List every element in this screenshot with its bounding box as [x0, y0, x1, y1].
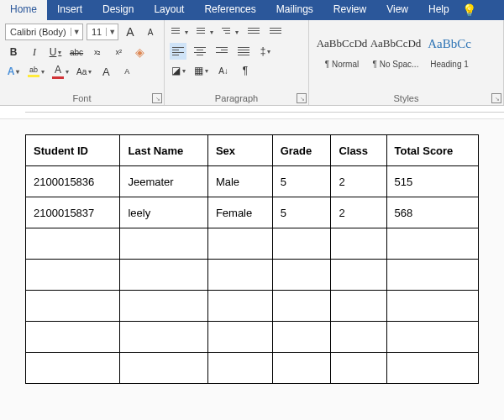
table-cell[interactable] — [331, 228, 386, 260]
justify-button[interactable] — [235, 43, 252, 60]
font-name-combo[interactable]: Calibri (Body) ▼ — [5, 24, 83, 40]
table-header[interactable]: Class — [331, 135, 386, 166]
borders-button[interactable]: ▦ — [192, 62, 210, 79]
tab-help[interactable]: Help — [418, 0, 459, 20]
table-cell[interactable]: 568 — [386, 197, 478, 228]
table-cell[interactable] — [120, 260, 207, 291]
table-cell[interactable]: 2 — [331, 197, 386, 228]
table-cell[interactable] — [120, 322, 207, 353]
font-color-button[interactable]: A — [50, 63, 71, 80]
tab-review[interactable]: Review — [323, 0, 376, 20]
grow-font-icon[interactable]: A — [97, 63, 114, 80]
table-cell[interactable] — [26, 353, 120, 384]
table-header[interactable]: Last Name — [120, 135, 207, 166]
tab-design[interactable]: Design — [92, 0, 144, 20]
bold-button[interactable]: B — [5, 44, 22, 60]
indent-right-button[interactable] — [267, 24, 284, 40]
table-row[interactable] — [26, 322, 479, 353]
table-cell[interactable]: Male — [207, 166, 272, 197]
decrease-font-icon[interactable]: A — [142, 24, 159, 40]
tab-layout[interactable]: Layout — [144, 0, 194, 20]
table-header[interactable]: Student ID — [26, 135, 120, 166]
document-area[interactable]: ↖ Student IDLast NameSexGradeClassTotal … — [0, 106, 504, 420]
table-cell[interactable]: Jeemater — [120, 166, 207, 197]
table-cell[interactable]: 2100015836 — [26, 166, 120, 197]
table-header[interactable]: Total Score — [386, 135, 478, 166]
change-case-button[interactable]: Aa — [75, 63, 93, 80]
align-left-button[interactable] — [170, 43, 186, 60]
italic-button[interactable]: I — [26, 44, 43, 60]
table-row[interactable] — [26, 228, 479, 260]
table-cell[interactable] — [207, 260, 272, 291]
table-cell[interactable] — [331, 322, 386, 353]
highlight-button[interactable]: ab — [26, 63, 46, 80]
table-header[interactable]: Grade — [272, 135, 331, 166]
strikethrough-button[interactable]: abc — [68, 44, 85, 60]
table-header[interactable]: Sex — [207, 135, 272, 166]
table-cell[interactable] — [272, 228, 331, 260]
tab-insert[interactable]: Insert — [47, 0, 92, 20]
shading-button[interactable]: ◪ — [170, 62, 187, 79]
table-cell[interactable] — [26, 291, 120, 322]
style-normal[interactable]: AaBbCcDd¶ Normal — [316, 25, 368, 71]
table-row[interactable] — [26, 260, 479, 291]
table-cell[interactable] — [386, 291, 478, 322]
tab-home[interactable]: Home — [0, 0, 47, 20]
table-cell[interactable] — [386, 322, 478, 353]
clear-format-button[interactable]: ◈ — [131, 44, 148, 60]
table-cell[interactable] — [331, 291, 386, 322]
table-cell[interactable] — [386, 353, 478, 384]
table-cell[interactable] — [207, 353, 272, 384]
sort-button[interactable]: A↓ — [215, 62, 232, 79]
table-row[interactable] — [26, 291, 479, 322]
numbering-button[interactable] — [195, 24, 215, 40]
line-spacing-button[interactable]: ‡ — [257, 43, 274, 60]
shrink-font-icon[interactable]: A — [118, 63, 135, 80]
table-cell[interactable] — [272, 322, 331, 353]
table-cell[interactable] — [272, 353, 331, 384]
table-cell[interactable] — [386, 228, 478, 260]
table-cell[interactable] — [26, 228, 120, 260]
table-cell[interactable] — [331, 353, 386, 384]
table-cell[interactable] — [272, 260, 331, 291]
table-cell[interactable] — [120, 291, 207, 322]
increase-font-icon[interactable]: A — [122, 24, 139, 40]
subscript-button[interactable]: x₂ — [89, 44, 106, 60]
table-cell[interactable] — [207, 291, 272, 322]
ruler[interactable] — [0, 106, 504, 119]
table-cell[interactable] — [120, 228, 207, 260]
student-table[interactable]: Student IDLast NameSexGradeClassTotal Sc… — [25, 134, 479, 384]
text-effects-button[interactable]: A — [5, 63, 22, 80]
align-right-button[interactable] — [213, 43, 230, 60]
table-cell[interactable] — [26, 260, 120, 291]
table-row[interactable]: 2100015836JeematerMale52515 — [26, 166, 479, 197]
table-cell[interactable] — [26, 322, 120, 353]
show-marks-button[interactable]: ¶ — [237, 62, 254, 79]
multilevel-button[interactable] — [220, 24, 240, 40]
align-center-button[interactable] — [192, 43, 208, 60]
table-cell[interactable]: 515 — [386, 166, 478, 197]
underline-button[interactable]: U — [47, 44, 64, 60]
table-cell[interactable]: 2100015837 — [26, 197, 120, 228]
tab-references[interactable]: References — [194, 0, 265, 20]
tab-view[interactable]: View — [376, 0, 418, 20]
styles-gallery[interactable]: AaBbCcDd¶ NormalAaBbCcDd¶ No Spac...AaBb… — [314, 24, 498, 73]
table-cell[interactable]: 5 — [272, 197, 331, 228]
table-cell[interactable] — [331, 260, 386, 291]
table-row[interactable]: 2100015837leelyFemale52568 — [26, 197, 479, 228]
table-cell[interactable] — [272, 291, 331, 322]
styles-dialog-launcher-icon[interactable]: ↘ — [491, 93, 501, 103]
table-cell[interactable]: leely — [120, 197, 207, 228]
table-cell[interactable]: Female — [207, 197, 272, 228]
tab-mailings[interactable]: Mailings — [266, 0, 323, 20]
style-heading1[interactable]: AaBbCcHeading 1 — [423, 25, 475, 71]
font-size-combo[interactable]: 11 ▼ — [87, 24, 118, 40]
paragraph-dialog-launcher-icon[interactable]: ↘ — [297, 93, 307, 103]
style-nospac[interactable]: AaBbCcDd¶ No Spac... — [370, 25, 422, 71]
tellme-icon[interactable]: 💡 — [459, 0, 480, 20]
table-row[interactable] — [26, 353, 479, 384]
table-cell[interactable]: 2 — [331, 166, 386, 197]
table-cell[interactable] — [120, 353, 207, 384]
table-cell[interactable] — [207, 322, 272, 353]
table-cell[interactable] — [207, 228, 272, 260]
